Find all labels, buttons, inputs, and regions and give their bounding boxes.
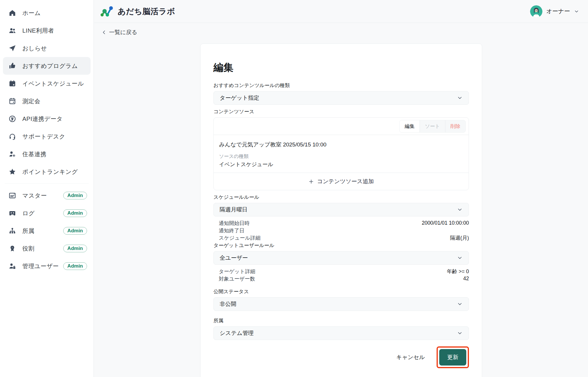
affiliation-label: 所属 (213, 317, 469, 324)
cancel-button[interactable]: キャンセル (389, 349, 432, 366)
detail-value: 年齢 >= 0 (447, 268, 469, 275)
sidebar-item-recommended-programs[interactable]: おすすめプログラム (3, 57, 91, 75)
sidebar-item-point-ranking[interactable]: ポイントランキング (3, 163, 91, 181)
sidebar-item-admin-users[interactable]: 管理ユーザー Admin (3, 257, 91, 275)
chevron-down-icon (457, 95, 463, 101)
sidebar-item-label: おすすめプログラム (22, 62, 78, 70)
admin-badge: Admin (63, 262, 87, 270)
rule-type-value: ターゲット指定 (220, 94, 259, 102)
detail-label: スケジュール詳細 (219, 234, 260, 241)
target-rule-select[interactable]: 全ユーザー (213, 251, 469, 265)
publish-status-select[interactable]: 非公開 (213, 297, 469, 311)
schedule-rule-select[interactable]: 隔週月曜日 (213, 203, 469, 216)
sidebar-item-event-schedule[interactable]: イベントスケジュール (3, 75, 91, 92)
sidebar-item-label: LINE利用者 (22, 27, 54, 35)
detail-row: ターゲット詳細 年齢 >= 0 (213, 268, 469, 275)
sidebar-item-api-data[interactable]: API連携データ (3, 110, 91, 128)
back-to-list-link[interactable]: 一覧に戻る (101, 29, 137, 36)
sidebar-item-label: ホーム (22, 9, 41, 17)
content-source-label: コンテンツソース (213, 108, 469, 115)
publish-status-value: 非公開 (220, 300, 236, 308)
chevron-down-icon (457, 207, 463, 213)
detail-label: 通知開始日時 (219, 220, 250, 227)
admin-badge: Admin (63, 209, 87, 217)
sidebar-item-measurement[interactable]: 測定会 (3, 92, 91, 110)
publish-status-label: 公開ステータス (213, 288, 469, 295)
sidebar-item-label: おしらせ (22, 44, 47, 52)
source-action-group: 編集 ソート 削除 (399, 120, 466, 133)
update-button[interactable]: 更新 (439, 349, 466, 366)
headset-icon (8, 132, 16, 141)
sidebar-item-label: 住基連携 (22, 150, 46, 158)
source-item-title: みんなで元気アップ教室 2025/05/15 10:00 (219, 141, 463, 149)
sidebar-item-label: ポイントランキング (22, 168, 78, 176)
sidebar-item-notices[interactable]: おしらせ (3, 39, 91, 57)
affiliation-value: システム管理 (220, 329, 254, 337)
target-rule-label: ターゲットユーザールール (213, 242, 469, 249)
chevron-down-icon (457, 330, 463, 336)
user-gear-icon (8, 150, 16, 158)
target-rule-value: 全ユーザー (220, 254, 248, 262)
avatar (530, 5, 542, 18)
source-type-value: イベントスケジュール (219, 161, 463, 168)
sidebar-item-label: 管理ユーザー (22, 262, 59, 270)
chevron-down-icon (574, 9, 579, 14)
sidebar-item-label: ログ (22, 209, 35, 217)
highlight-annotation: 更新 (437, 346, 469, 368)
source-sort-button[interactable]: ソート (420, 120, 445, 132)
plug-circle-icon (8, 115, 16, 123)
sidebar-item-label: マスター (22, 192, 47, 200)
chevron-down-icon (457, 301, 463, 307)
sidebar-item-master[interactable]: マスター Admin (3, 187, 91, 204)
users-icon (8, 26, 16, 35)
form-footer: キャンセル 更新 (213, 346, 469, 368)
user-menu[interactable]: オーナー (530, 5, 579, 18)
server-icon (8, 191, 16, 200)
page-title: 編集 (213, 61, 469, 74)
send-icon (8, 44, 16, 52)
schedule-rule-value: 隔週月曜日 (220, 206, 248, 213)
detail-label: 対象ユーザー数 (219, 275, 255, 282)
detail-label: ターゲット詳細 (219, 268, 255, 275)
detail-row: 通知終了日 (213, 227, 469, 234)
sidebar-item-line-users[interactable]: LINE利用者 (3, 22, 91, 39)
rule-type-select[interactable]: ターゲット指定 (213, 91, 469, 105)
source-delete-button[interactable]: 削除 (445, 120, 465, 132)
source-type-label: ソースの種類 (219, 153, 463, 160)
sidebar-item-support-desk[interactable]: サポートデスク (3, 128, 91, 145)
sidebar-item-label: サポートデスク (22, 133, 65, 141)
user-name: オーナー (546, 7, 570, 15)
edit-form-card: 編集 おすすめコンテンツルールの種類 ターゲット指定 コンテンツソース 編集 ソ… (200, 44, 482, 377)
calendar-filled-icon (8, 79, 16, 88)
target-details: ターゲット詳細 年齢 >= 0 対象ユーザー数 42 (213, 268, 469, 282)
add-content-source-button[interactable]: コンテンツソース追加 (214, 173, 469, 190)
thumb-up-icon (8, 62, 16, 70)
sidebar-item-label: 所属 (22, 227, 34, 235)
sidebar-item-affiliation[interactable]: 所属 Admin (3, 222, 91, 240)
back-link-label: 一覧に戻る (109, 29, 137, 36)
sidebar-item-home[interactable]: ホーム (3, 4, 91, 22)
detail-value: 42 (463, 276, 469, 282)
content-source-item: みんなで元気アップ教室 2025/05/15 10:00 ソースの種類 イベント… (214, 135, 469, 173)
source-edit-button[interactable]: 編集 (400, 120, 420, 132)
sidebar-item-label: イベントスケジュール (22, 80, 84, 88)
sidebar-item-juki-link[interactable]: 住基連携 (3, 145, 91, 163)
detail-row: 対象ユーザー数 42 (213, 275, 469, 282)
content-source-box: 編集 ソート 削除 みんなで元気アップ教室 2025/05/15 10:00 ソ… (213, 117, 469, 190)
log-icon (8, 209, 16, 217)
affiliation-select[interactable]: システム管理 (213, 326, 469, 340)
top-header: あだち脳活ラボ オーナー (94, 0, 588, 23)
schedule-rule-label: スケジュールルール (213, 194, 469, 201)
sidebar-item-role[interactable]: 役割 Admin (3, 240, 91, 257)
calendar-outline-icon (8, 97, 16, 105)
main-content: 一覧に戻る 編集 おすすめコンテンツルールの種類 ターゲット指定 コンテンツソー… (94, 23, 588, 377)
sidebar-item-log[interactable]: ログ Admin (3, 204, 91, 222)
app-logo-icon (100, 5, 113, 18)
schedule-details: 通知開始日時 2000/01/01 10:00:00 通知終了日 スケジュール詳… (213, 219, 469, 241)
detail-label: 通知終了日 (219, 227, 245, 234)
detail-row: 通知開始日時 2000/01/01 10:00:00 (213, 219, 469, 227)
detail-value: 2000/01/01 10:00:00 (422, 220, 469, 226)
add-source-label: コンテンツソース追加 (317, 178, 374, 185)
sidebar-divider (5, 184, 89, 184)
user-lock-icon (8, 262, 16, 270)
